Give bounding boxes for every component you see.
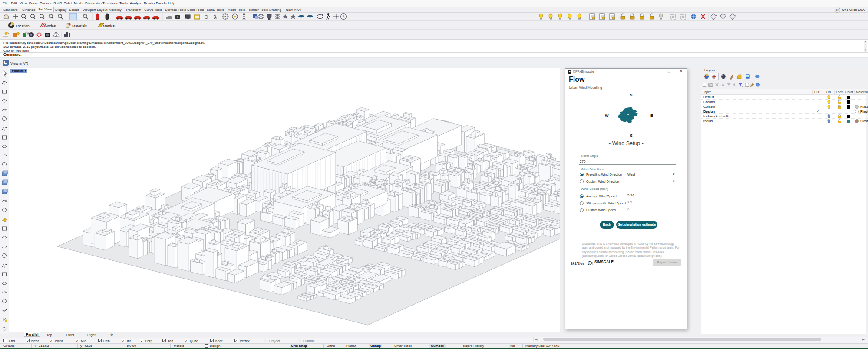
svg-text:2: 2 — [215, 17, 217, 20]
